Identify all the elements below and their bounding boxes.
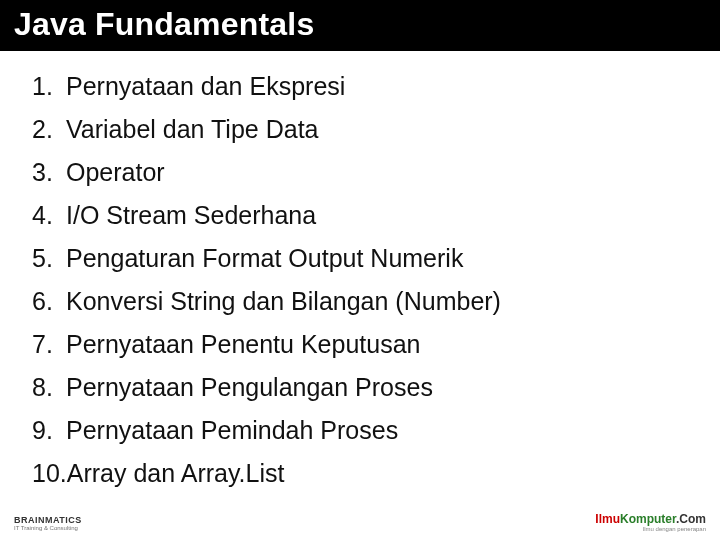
list-item: 1.Pernyataan dan Ekspresi xyxy=(32,65,688,108)
list-number: 3. xyxy=(32,151,66,194)
footer-left-brand: BRAINMATICS IT Training & Consulting xyxy=(14,516,82,532)
list-text: Array dan Array.List xyxy=(67,452,285,495)
list-text: Konversi String dan Bilangan (Number) xyxy=(66,280,501,323)
logo-part-ilmu: Ilmu xyxy=(595,512,620,526)
list-number: 6. xyxy=(32,280,66,323)
list-text: Pernyataan Pengulangan Proses xyxy=(66,366,433,409)
list-text: Pernyataan Penentu Keputusan xyxy=(66,323,420,366)
footer-right-brand: IlmuKomputer.Com Ilmu dengan penerapan xyxy=(595,513,706,532)
logo-part-com: .Com xyxy=(676,512,706,526)
list-item: 3.Operator xyxy=(32,151,688,194)
list-number: 5. xyxy=(32,237,66,280)
list-text: Variabel dan Tipe Data xyxy=(66,108,318,151)
list-text: Pernyataan Pemindah Proses xyxy=(66,409,398,452)
list-number: 10. xyxy=(32,452,67,495)
slide-title: Java Fundamentals xyxy=(14,6,706,43)
slide: Java Fundamentals 1.Pernyataan dan Ekspr… xyxy=(0,0,720,540)
list-item: 7.Pernyataan Penentu Keputusan xyxy=(32,323,688,366)
list-item: 6.Konversi String dan Bilangan (Number) xyxy=(32,280,688,323)
list-item: 10.Array dan Array.List xyxy=(32,452,688,495)
list-number: 8. xyxy=(32,366,66,409)
list-item: 2.Variabel dan Tipe Data xyxy=(32,108,688,151)
list-text: Pengaturan Format Output Numerik xyxy=(66,237,463,280)
list-item: 5.Pengaturan Format Output Numerik xyxy=(32,237,688,280)
brand-right-tag: Ilmu dengan penerapan xyxy=(643,526,706,532)
topic-list: 1.Pernyataan dan Ekspresi 2.Variabel dan… xyxy=(32,65,688,495)
list-number: 4. xyxy=(32,194,66,237)
footer: BRAINMATICS IT Training & Consulting Ilm… xyxy=(14,513,706,532)
content-area: 1.Pernyataan dan Ekspresi 2.Variabel dan… xyxy=(0,51,720,495)
logo-part-komputer: Komputer xyxy=(620,512,676,526)
list-item: 4.I/O Stream Sederhana xyxy=(32,194,688,237)
list-text: Pernyataan dan Ekspresi xyxy=(66,65,345,108)
brand-left-tag: IT Training & Consulting xyxy=(14,525,82,532)
brand-right-logo: IlmuKomputer.Com xyxy=(595,513,706,525)
list-number: 7. xyxy=(32,323,66,366)
title-bar: Java Fundamentals xyxy=(0,0,720,51)
list-item: 9.Pernyataan Pemindah Proses xyxy=(32,409,688,452)
list-number: 9. xyxy=(32,409,66,452)
brand-left-name: BRAINMATICS xyxy=(14,516,82,526)
list-number: 2. xyxy=(32,108,66,151)
list-item: 8.Pernyataan Pengulangan Proses xyxy=(32,366,688,409)
list-text: Operator xyxy=(66,151,165,194)
list-text: I/O Stream Sederhana xyxy=(66,194,316,237)
list-number: 1. xyxy=(32,65,66,108)
